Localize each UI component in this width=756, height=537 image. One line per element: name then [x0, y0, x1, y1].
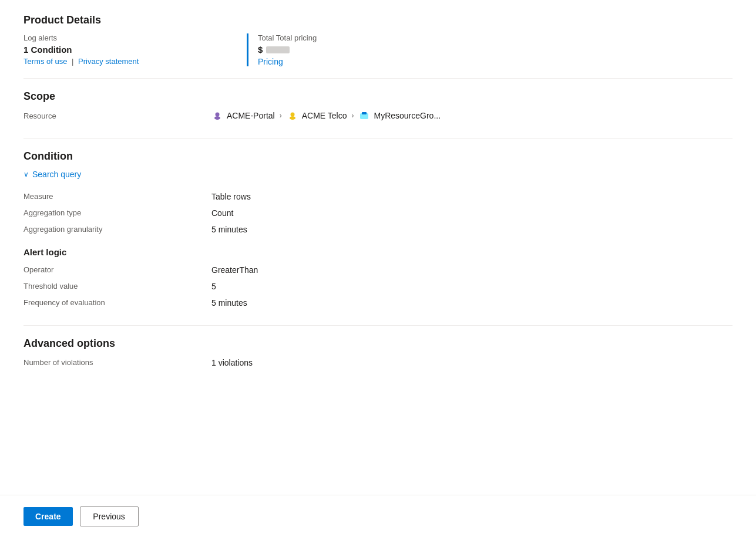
condition-section: Condition ∨ Search query Measure Table r… — [23, 150, 733, 309]
product-details-right: Total Total pricing $ Pricing — [247, 33, 317, 66]
chevron-icon-0: › — [280, 112, 282, 120]
breadcrumb-item-2: MyResourceGro... — [358, 110, 441, 121]
aggregation-type-value: Count — [211, 207, 733, 219]
frequency-label: Frequency of evaluation — [23, 297, 211, 309]
breadcrumb-text-1: ACME Telco — [302, 111, 347, 120]
threshold-value: 5 — [211, 281, 733, 292]
svg-point-0 — [214, 116, 220, 120]
footer-bar: Create Previous — [0, 495, 756, 537]
product-details-left: Log alerts 1 Condition Terms of use | Pr… — [23, 33, 211, 66]
divider-3 — [23, 325, 733, 326]
links-row: Terms of use | Privacy statement — [23, 57, 211, 66]
scope-section: Scope Resource ACME-Portal › — [23, 90, 733, 121]
operator-value: GreaterThan — [211, 264, 733, 276]
alert-logic-grid: Operator GreaterThan Threshold value 5 F… — [23, 264, 733, 309]
product-details-title: Product Details — [23, 14, 733, 26]
scope-title: Scope — [23, 90, 733, 103]
privacy-statement-link[interactable]: Privacy statement — [78, 57, 139, 66]
chevron-down-icon: ∨ — [23, 170, 29, 178]
create-button[interactable]: Create — [23, 507, 73, 526]
currency-symbol: $ — [258, 45, 263, 55]
violations-value: 1 violations — [211, 357, 733, 369]
breadcrumb-items: ACME-Portal › ACME Telco › — [211, 110, 441, 121]
breadcrumb-text-2: MyResourceGro... — [374, 111, 441, 120]
price-value: $ — [258, 45, 317, 55]
main-content: Product Details Log alerts 1 Condition T… — [0, 0, 756, 502]
aggregation-granularity-label: Aggregation granularity — [23, 224, 211, 235]
search-query-toggle[interactable]: ∨ Search query — [23, 170, 733, 179]
aggregation-granularity-value: 5 minutes — [211, 224, 733, 235]
portal-icon — [211, 110, 223, 121]
measure-label: Measure — [23, 191, 211, 202]
resource-group-icon — [358, 110, 370, 121]
svg-point-1 — [216, 113, 220, 117]
svg-point-2 — [290, 116, 295, 120]
measure-value: Table rows — [211, 191, 733, 202]
resource-row: Resource ACME-Portal › — [23, 110, 733, 121]
frequency-value: 5 minutes — [211, 297, 733, 309]
log-alerts-label: Log alerts — [23, 33, 211, 42]
breadcrumb-text-0: ACME-Portal — [227, 111, 275, 120]
aggregation-type-label: Aggregation type — [23, 207, 211, 219]
total-pricing-label: Total Total pricing — [258, 33, 317, 42]
telco-icon — [287, 110, 298, 121]
divider-2 — [23, 138, 733, 139]
search-query-label: Search query — [32, 170, 81, 179]
pipe-separator: | — [72, 57, 73, 66]
svg-rect-5 — [362, 112, 367, 114]
alert-logic-title: Alert logic — [23, 247, 733, 257]
svg-point-3 — [290, 113, 294, 117]
breadcrumb-item-0: ACME-Portal — [211, 110, 275, 121]
violations-label: Number of violations — [23, 357, 211, 369]
resource-label: Resource — [23, 112, 211, 120]
operator-label: Operator — [23, 264, 211, 276]
advanced-options-section: Advanced options Number of violations 1 … — [23, 337, 733, 369]
price-redacted-bar — [266, 46, 290, 53]
pricing-link[interactable]: Pricing — [258, 57, 283, 66]
advanced-options-grid: Number of violations 1 violations — [23, 357, 733, 369]
threshold-label: Threshold value — [23, 281, 211, 292]
advanced-options-title: Advanced options — [23, 337, 733, 350]
previous-button[interactable]: Previous — [80, 506, 139, 526]
divider-1 — [23, 78, 733, 79]
condition-title: Condition — [23, 150, 733, 163]
product-details-grid: Log alerts 1 Condition Terms of use | Pr… — [23, 33, 733, 66]
terms-of-use-link[interactable]: Terms of use — [23, 57, 67, 66]
condition-details-grid: Measure Table rows Aggregation type Coun… — [23, 191, 733, 235]
breadcrumb-item-1: ACME Telco — [287, 110, 347, 121]
condition-count: 1 Condition — [23, 45, 211, 55]
chevron-icon-1: › — [351, 112, 354, 120]
